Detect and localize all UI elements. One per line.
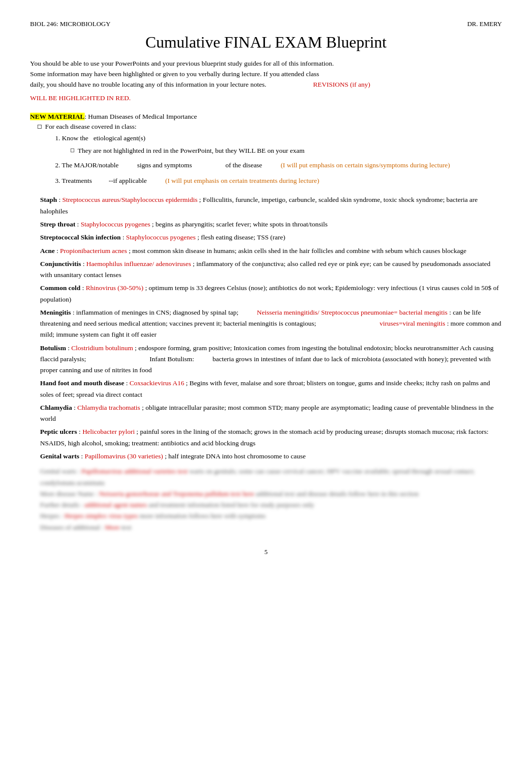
for-each-text: For each disease covered in class:: [45, 123, 137, 131]
new-material-section: NEW MATERIAL: Human Diseases of Medical …: [30, 113, 502, 121]
disease-strep-throat: Strep throat : Staphylococcus pyogenes ;…: [40, 219, 502, 230]
disease-meningitis: Meningitis : inflammation of meninges in…: [40, 307, 502, 341]
sub-item-1: ◻ They are not highlighted in red in the…: [55, 145, 502, 157]
blurred-line-4: Herpes : Herpes simplex virus types more…: [40, 510, 502, 522]
blurred-line-2: More disease Name : Neisseria gonorrhoea…: [40, 488, 502, 499]
intro-line2: Some information may have been highlight…: [30, 70, 319, 78]
agent-cold: Rhinovirus (30-50%): [86, 284, 143, 292]
revisions-text: REVISIONS (if any): [313, 81, 370, 88]
new-material-text: : Human Diseases of Medical Importance: [85, 113, 197, 120]
agent-conjunctivitis: Haemophilus influenzae/ adenoviruses: [86, 260, 191, 268]
numbered-list: 1. Know the etiological agent(s) ◻ They …: [30, 133, 502, 187]
red-highlight-line: WILL BE HIGHLIGHTED IN RED.: [30, 93, 502, 104]
disease-hfmd: Hand foot and mouth disease : Coxsackiev…: [40, 378, 502, 400]
blurred-content: Genital warts : Papillomavirus additiona…: [30, 466, 502, 533]
instructor-name: DR. EMERY: [467, 20, 502, 28]
disease-conjunctivitis: Conjunctivitis : Haemophilus influenzae/…: [40, 258, 502, 281]
intro-line1: You should be able to use your PowerPoin…: [30, 60, 334, 67]
disease-genital-warts: Genital warts : Papillomavirus (30 varie…: [40, 451, 502, 462]
intro-line3: daily, you should have no trouble locati…: [30, 81, 267, 88]
blurred-line-1: Genital warts : Papillomavirus additiona…: [40, 466, 502, 488]
agent-viral-meningitis: viruses=viral meningitis: [380, 320, 445, 327]
agent-peptic: Helicobacter pylori: [82, 428, 135, 435]
agent-genital-warts: Papillomavirus (30 varieties): [85, 452, 163, 460]
agent-meningitis: Neisseria meningitidis/ Streptococcus pn…: [257, 309, 448, 316]
agent-strep-throat: Staphylococcus pyogenes: [81, 220, 150, 228]
list-item-1: 1. Know the etiological agent(s) ◻ They …: [55, 133, 502, 157]
page-title: Cumulative FINAL EXAM Blueprint: [30, 33, 502, 52]
disease-list: Staph : Streptococcus aureus/Staphylococ…: [30, 194, 502, 462]
disease-strep-skin: Streptococcal Skin infection : Staphyloc…: [40, 232, 502, 243]
new-material-label: NEW MATERIAL: [30, 113, 85, 120]
document-header: BIOL 246: MICROBIOLOGY DR. EMERY: [30, 20, 502, 28]
disease-chlamydia: Chlamydia : Chlamydia trachomatis ; obli…: [40, 402, 502, 425]
item2-emphasis: (I will put emphasis on certain signs/sy…: [281, 161, 450, 169]
disease-botulism: Botulism : Clostridium botulinum ; endos…: [40, 343, 502, 376]
disease-peptic-ulcers: Peptic ulcers : Helicobacter pylori ; pa…: [40, 426, 502, 449]
for-each-line: ◻ For each disease covered in class:: [30, 123, 502, 131]
item3-emphasis: (I will put emphasis on certain treatmen…: [165, 177, 319, 184]
agent-strep-skin: Staphylococcus pyogenes: [126, 233, 196, 241]
list-item-2: 2. The MAJOR/notable signs and symptoms …: [55, 160, 502, 171]
agent-botulism: Clostridium botulinum: [71, 344, 133, 352]
blurred-line-5: Diseases of additional : More text: [40, 522, 502, 533]
page-number: 5: [30, 548, 502, 556]
agent-staph: Streptococcus aureus/Staphylococcus epid…: [62, 196, 197, 203]
blurred-line-3: Further details : additional agent names…: [40, 499, 502, 510]
disease-acne: Acne : Propionibacterium acnes ; most co…: [40, 245, 502, 256]
agent-hfmd: Coxsackievirus A16: [130, 379, 184, 387]
list-item-3: 3. Treatments --if applicable (I will pu…: [55, 175, 502, 187]
sub-item-1-text: They are not highlighted in red in the P…: [78, 145, 305, 157]
intro-paragraph: You should be able to use your PowerPoin…: [30, 59, 502, 90]
agent-chlamydia: Chlamydia trachomatis: [77, 404, 140, 411]
agent-acne: Propionibacterium acnes: [60, 247, 127, 254]
disease-staph: Staph : Streptococcus aureus/Staphylococ…: [40, 194, 502, 217]
disease-common-cold: Common cold : Rhinovirus (30-50%) ; opti…: [40, 283, 502, 305]
course-info: BIOL 246: MICROBIOLOGY: [30, 20, 111, 28]
